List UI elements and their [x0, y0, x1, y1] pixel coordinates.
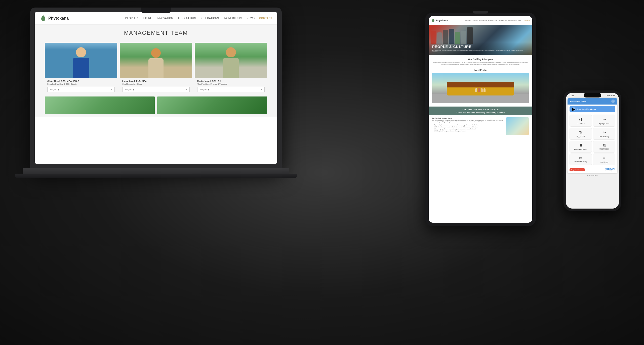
tablet-nav-agriculture[interactable]: AGRICULTURE [488, 20, 497, 21]
bio-arrow-1: › [111, 88, 112, 90]
tablet-nav-news[interactable]: NEWS [518, 20, 522, 21]
tablet-nav-operations[interactable]: OPERATIONS [499, 20, 507, 21]
dyslexia-icon: Df [579, 157, 582, 160]
highlight-links-icon: ⇢ [602, 117, 606, 122]
bottom-photo-1 [45, 96, 155, 114]
bio-arrow-2: › [186, 88, 187, 90]
nav-people[interactable]: PEOPLE & CULTURE [125, 17, 152, 20]
bullet-3: We are a tight performing team and suppo… [434, 128, 504, 130]
nav-agriculture[interactable]: AGRICULTURE [178, 17, 197, 20]
guiding-principles-text: What's the best thing about working at P… [432, 62, 529, 65]
line-height-label: Line Height [600, 161, 608, 163]
person3-head [226, 47, 236, 57]
experience-banner-title: THE PHYTOKANA EXPERIENCE [432, 109, 529, 111]
bullet-4: We take pride in being a small seed with… [434, 130, 504, 132]
phone-device: 11:33 ▪▪▪ LTE ▮▮ Accessibility Menu × ▶ … [564, 90, 621, 211]
tablet-nav-ingredients[interactable]: INGREDIENTS [508, 20, 517, 21]
how-userway-works-button[interactable]: ▶ How UserWay Works [570, 106, 615, 112]
accessibility-options-grid: ◑ Contrast + ⇢ Highlight Links Tt Bigger… [568, 114, 617, 166]
hide-images-option[interactable]: 🖼 Hide Images [593, 141, 615, 153]
phone-screen: 11:33 ▪▪▪ LTE ▮▮ Accessibility Menu × ▶ … [566, 93, 619, 209]
hide-images-icon: 🖼 [603, 143, 606, 147]
bullet-1: Opportunity for each team member to make… [434, 124, 504, 126]
tablet-hero-title: PEOPLE & CULTURE [432, 45, 529, 49]
team-card-bottom-2 [157, 96, 267, 114]
person3-body [223, 58, 239, 78]
bio-button-3[interactable]: Biography › [197, 87, 265, 92]
laptop-body: Phytokana PEOPLE & CULTURE INNOVATION AG… [30, 8, 282, 168]
team-card-1: Chris Theal, CFA, MBA, ICD.D Founder, Pr… [45, 43, 117, 94]
laptop-logo-text: Phytokana [48, 16, 69, 21]
team-grid-row2 [35, 94, 277, 117]
nav-operations[interactable]: OPERATIONS [202, 17, 219, 20]
bio-arrow-3: › [261, 88, 262, 90]
tablet-camera [473, 11, 488, 14]
tablet-nav: Phytokana PEOPLE & CULTURE INNOVATION AG… [429, 16, 532, 25]
phone-url-text: phytokana.com [587, 175, 598, 176]
highlight-links-label: Highlight Links [599, 123, 609, 124]
team-info-1: Chris Theal, CFA, MBA, ICD.D Founder, Pr… [45, 78, 117, 94]
person2-silhouette [120, 43, 192, 78]
dyslexia-option[interactable]: Df Dyslexia Friendly [570, 154, 592, 165]
phone-status-icons: ▪▪▪ LTE ▮▮ [607, 94, 615, 96]
accessibility-title: Accessibility Menu [570, 100, 587, 103]
team-photo-1 [45, 43, 117, 78]
tablet-meet-phyto: Meet Phyto [429, 67, 532, 105]
bottom-photo-2 [157, 96, 267, 114]
accessibility-widget: Accessibility Menu × ▶ How UserWay Works… [568, 98, 617, 173]
accessibility-close-button[interactable]: × [611, 100, 615, 103]
dyslexia-label: Dyslexia Friendly [575, 161, 587, 162]
team-name-1: Chris Theal, CFA, MBA, ICD.D [47, 80, 115, 82]
tablet-nav-contact[interactable]: CONTACT [524, 20, 530, 21]
laptop-notch [141, 8, 171, 13]
experience-subtitle: Join Us And Be Part Of Pioneering This I… [432, 112, 529, 113]
person1-silhouette [45, 43, 117, 78]
nav-contact[interactable]: CONTACT [259, 17, 272, 20]
team-card-3: Martin Vogel, CPA, CA Vice President, Fi… [195, 43, 267, 94]
tablet-nav-people[interactable]: PEOPLE & CULTURE [465, 20, 477, 21]
bio-button-1[interactable]: Biography › [47, 87, 115, 92]
tablet-nav-innovation[interactable]: INNOVATION [479, 20, 487, 21]
team-role-1: Founder, President & CEO, Director [47, 83, 115, 85]
tablet-hero: PEOPLE & CULTURE We are proud to promote… [429, 25, 532, 55]
tablet-logo: Phytokana [431, 18, 448, 22]
tablet-device: Phytokana PEOPLE & CULTURE INNOVATION AG… [425, 13, 536, 226]
nav-ingredients[interactable]: INGREDIENTS [224, 17, 242, 20]
phone-dynamic-island [584, 93, 601, 97]
bio-button-2[interactable]: Biography › [122, 87, 190, 92]
tablet-nav-links: PEOPLE & CULTURE INNOVATION AGRICULTURE … [465, 20, 530, 21]
how-userway-label: How UserWay Works [577, 108, 596, 110]
phone-body: 11:33 ▪▪▪ LTE ▮▮ Accessibility Menu × ▶ … [564, 90, 621, 211]
laptop-base [23, 168, 289, 175]
highlight-links-option[interactable]: ⇢ Highlight Links [593, 115, 615, 127]
bigger-text-option[interactable]: Tt Bigger Text [570, 128, 592, 140]
tablet-guiding-principles: Our Guiding Principles What's the best t… [429, 55, 532, 67]
laptop-logo: Phytokana [40, 15, 69, 22]
userway-brand: USERWAY Accessibility [605, 168, 615, 172]
team-photo-3 [195, 43, 267, 78]
pause-animations-option[interactable]: ⏸ Pause Animations [570, 141, 592, 153]
person1-body [73, 58, 89, 78]
contrast-option[interactable]: ◑ Contrast + [570, 115, 592, 127]
tablet-experience-text: Start-Up, Small Company Energy Our start… [432, 117, 504, 135]
text-spacing-icon: ⇔ [602, 130, 606, 135]
report-problem-button[interactable]: Report a Problem [570, 168, 585, 171]
nav-news[interactable]: NEWS [247, 17, 255, 20]
bigger-text-icon: Tt [579, 130, 582, 134]
battery-icon: ▮▮ [613, 94, 615, 96]
person1-head [76, 47, 86, 57]
team-info-3: Martin Vogel, CPA, CA Vice President, Fi… [195, 78, 267, 94]
text-spacing-label: Text Spacing [599, 136, 609, 137]
tablet-body: Phytokana PEOPLE & CULTURE INNOVATION AG… [425, 13, 536, 226]
line-height-option[interactable]: ≡ Line Height [593, 154, 615, 165]
laptop-site-nav: Phytokana PEOPLE & CULTURE INNOVATION AG… [35, 12, 277, 25]
tablet-logo-text: Phytokana [436, 19, 448, 22]
experience-tag: Start-Up, Small Company Energy [432, 117, 504, 119]
phytokana-leaf-icon [40, 15, 47, 22]
team-role-3: Vice President, Finance & Treasurer [197, 83, 265, 85]
experience-body: Our start-up culture is energetic, colla… [432, 119, 504, 123]
text-spacing-option[interactable]: ⇔ Text Spacing [593, 128, 615, 140]
nav-innovation[interactable]: INNOVATION [157, 17, 173, 20]
team-name-2: Laure Laval, PhD, MSc [122, 80, 190, 82]
laptop-device: Phytokana PEOPLE & CULTURE INNOVATION AG… [30, 8, 294, 183]
